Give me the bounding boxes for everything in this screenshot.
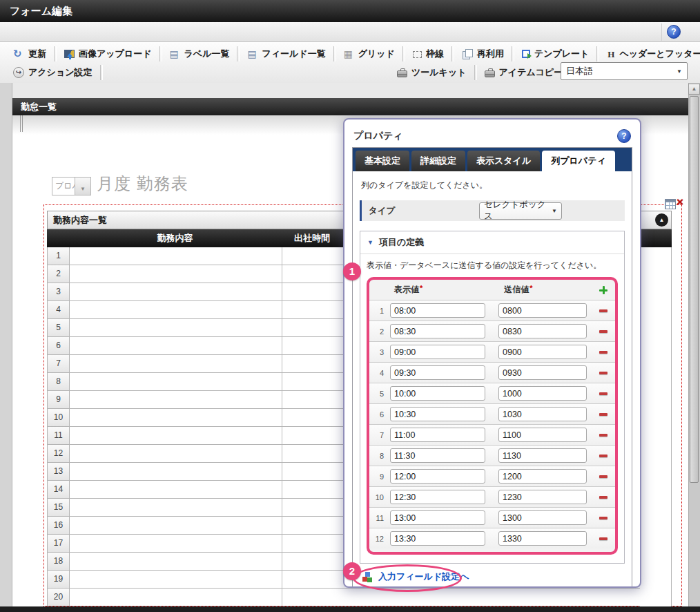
type-select[interactable]: セレクトボックス	[479, 202, 562, 220]
divider	[54, 46, 57, 61]
send-value-input[interactable]	[498, 407, 587, 421]
display-value-column-label: 表示値*	[394, 284, 422, 296]
item-row-number: 9	[369, 472, 387, 481]
send-value-input[interactable]	[498, 324, 587, 338]
display-value-input[interactable]	[390, 531, 485, 546]
canvas-top-strip	[12, 83, 688, 98]
item-row-number: 5	[369, 390, 387, 398]
language-select[interactable]: 日本語	[561, 62, 688, 80]
item-row-number: 4	[369, 369, 387, 377]
type-label: タイプ	[369, 205, 479, 217]
display-value-input[interactable]	[390, 490, 485, 504]
tab-detail-settings[interactable]: 詳細設定	[411, 151, 465, 171]
item-row-number: 11	[369, 514, 387, 522]
scrollbar-up-icon[interactable]	[688, 84, 700, 95]
tab-column-properties[interactable]: 列プロパティ	[542, 151, 615, 171]
send-value-input[interactable]	[498, 386, 587, 401]
label-list-button[interactable]: ラベル一覧	[164, 45, 236, 63]
combo-dropdown-button[interactable]	[75, 177, 91, 195]
scrollbar-thumb[interactable]	[690, 96, 699, 483]
item-copy-button[interactable]: アイテムコピー	[478, 64, 570, 82]
header-footer-icon	[607, 49, 615, 59]
display-value-input[interactable]	[390, 407, 485, 421]
item-definition-body: 表示値・データベースに送信する値の設定を行ってください。 表示値* 送信値* 1…	[360, 254, 624, 563]
remove-row-icon[interactable]	[599, 434, 607, 437]
item-definition-header[interactable]: 項目の定義	[360, 231, 624, 254]
field-list-button[interactable]: フィールド一覧	[241, 45, 331, 63]
item-row-number: 6	[369, 410, 387, 419]
remove-row-icon[interactable]	[599, 455, 607, 457]
display-value-input[interactable]	[390, 324, 485, 338]
tab-display-style[interactable]: 表示スタイル	[467, 151, 540, 171]
send-value-input[interactable]	[498, 490, 587, 504]
template-button[interactable]: テンプレート	[516, 45, 596, 63]
send-value-input[interactable]	[498, 531, 587, 546]
send-value-input[interactable]	[498, 428, 587, 442]
button-label: フィールド一覧	[262, 48, 325, 60]
label-list-icon	[170, 49, 180, 59]
chevron-down-icon	[677, 68, 682, 75]
divider	[474, 65, 477, 80]
display-value-input[interactable]	[390, 428, 485, 442]
remove-row-icon[interactable]	[599, 475, 607, 478]
toolkit-icon	[397, 70, 407, 77]
send-value-input[interactable]	[498, 448, 587, 463]
tab-basic-settings[interactable]: 基本設定	[356, 151, 409, 171]
remove-row-icon[interactable]	[599, 309, 607, 312]
help-icon[interactable]	[617, 129, 631, 143]
bottom-bar	[0, 606, 700, 612]
display-value-input[interactable]	[390, 469, 485, 484]
remove-row-icon[interactable]	[599, 392, 607, 395]
action-settings-button[interactable]: アクション設定	[7, 64, 99, 82]
canvas-page-title[interactable]: 月度 勤務表	[97, 173, 188, 195]
remove-row-icon[interactable]	[599, 330, 607, 333]
item-row: 6	[369, 403, 615, 424]
template-icon	[522, 50, 530, 58]
type-select-value: セレクトボックス	[484, 199, 552, 222]
image-upload-button[interactable]: 画像アップロード	[58, 45, 158, 63]
add-row-icon[interactable]	[599, 286, 607, 294]
step-1-badge: 1	[343, 262, 361, 280]
button-label: ラベル一覧	[184, 48, 230, 60]
button-label: アイテムコピー	[499, 66, 563, 79]
remove-row-icon[interactable]	[599, 517, 607, 519]
remove-row-icon[interactable]	[599, 413, 607, 416]
send-value-input[interactable]	[498, 469, 587, 484]
grid-button[interactable]: グリッド	[338, 45, 401, 63]
delete-icon[interactable]	[677, 196, 683, 209]
send-value-input[interactable]	[498, 303, 587, 318]
reuse-icon	[462, 49, 473, 59]
display-value-input[interactable]	[390, 345, 485, 359]
send-value-input[interactable]	[498, 345, 587, 359]
divider	[100, 65, 103, 80]
window-titlebar: フォーム編集	[0, 0, 700, 22]
display-value-input[interactable]	[390, 303, 485, 318]
update-button[interactable]: 更新	[7, 45, 52, 63]
remove-row-icon[interactable]	[599, 351, 607, 354]
button-label: グリッド	[358, 48, 395, 60]
send-value-column-label: 送信値*	[504, 284, 532, 296]
remove-row-icon[interactable]	[599, 537, 607, 540]
reuse-button[interactable]: 再利用	[456, 45, 510, 63]
type-row: タイプ セレクトボックス	[360, 200, 625, 221]
divider	[512, 46, 514, 61]
send-value-input[interactable]	[498, 510, 587, 525]
remove-row-icon[interactable]	[599, 372, 607, 374]
display-value-input[interactable]	[390, 386, 485, 401]
display-value-input[interactable]	[390, 365, 485, 380]
toolkit-button[interactable]: ツールキット	[391, 64, 473, 82]
header-footer-button[interactable]: ヘッダーとフッター	[601, 45, 700, 63]
remove-row-icon[interactable]	[599, 496, 607, 499]
border-button[interactable]: 枠線	[407, 45, 450, 63]
refresh-icon	[13, 48, 24, 59]
required-mark: *	[420, 284, 422, 292]
display-value-input[interactable]	[390, 510, 485, 525]
dialog-title: プロパティ	[353, 130, 403, 142]
combo-value[interactable]: プロパ	[52, 177, 75, 195]
toolbar: 更新 画像アップロード ラベル一覧 フィールド一覧 グリッド	[0, 42, 700, 84]
table-handle-icon[interactable]	[665, 199, 676, 209]
help-icon[interactable]	[667, 25, 681, 39]
send-value-input[interactable]	[498, 365, 587, 380]
item-definition-section: 項目の定義 表示値・データベースに送信する値の設定を行ってください。 表示値* …	[360, 231, 625, 564]
display-value-input[interactable]	[390, 448, 485, 463]
